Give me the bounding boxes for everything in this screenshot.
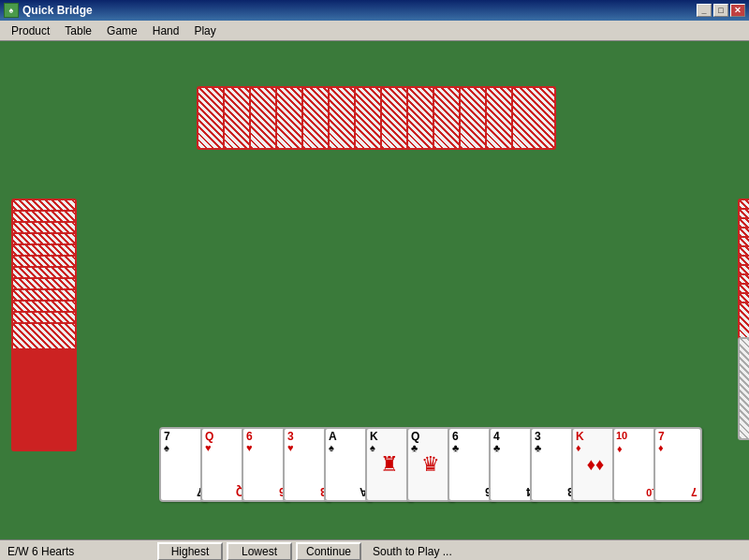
menu-bar: Product Table Game Hand Play [0,21,749,41]
status-bar: E/W 6 Hearts Highest Lowest Continue Sou… [0,539,749,560]
highest-button[interactable]: Highest [157,542,223,561]
maximize-button[interactable]: □ [713,4,728,17]
app-icon: ♠ [4,3,19,18]
minimize-button[interactable]: _ [697,4,712,17]
close-button[interactable]: ✕ [730,4,745,17]
menu-game[interactable]: Game [99,22,145,39]
app-title: Quick Bridge [22,4,697,17]
menu-product[interactable]: Product [4,22,57,39]
menu-play[interactable]: Play [186,22,223,39]
south-hand: 7 ♠ 7 Q ♥ Q 6 ♥ 6 3 ♥ 3 A ♠ A K [159,427,702,502]
east-card-face[interactable] [738,337,749,440]
south-card-13[interactable]: 7 ♦ 7 [654,427,702,502]
status-contract: E/W 6 Hearts [4,545,154,558]
title-bar: ♠ Quick Bridge _ □ ✕ [0,0,749,21]
game-area: 7 ♠ 7 Q ♥ Q 6 ♥ 6 3 ♥ 3 A ♠ A K [0,41,749,539]
menu-table[interactable]: Table [57,22,99,39]
continue-button[interactable]: Continue [296,542,361,561]
lowest-button[interactable]: Lowest [227,542,292,561]
window-controls: _ □ ✕ [697,4,745,17]
status-turn: South to Play ... [365,545,745,558]
menu-hand[interactable]: Hand [145,22,187,39]
north-card-13[interactable] [511,86,556,150]
west-card-face[interactable] [11,348,77,451]
